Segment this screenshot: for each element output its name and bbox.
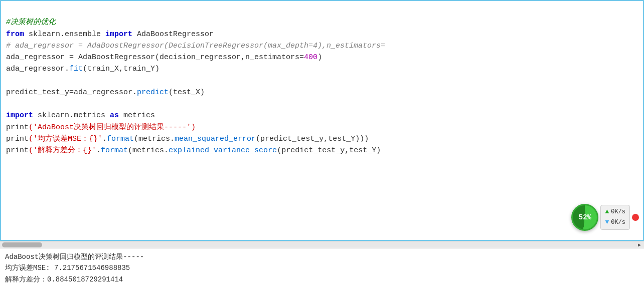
red-dot-icon[interactable]: [632, 214, 639, 221]
keyword-import: import: [105, 30, 132, 39]
arrow-up-icon: ▲: [605, 207, 609, 217]
progress-label: 52%: [579, 213, 591, 221]
code-print1-str: ('AdaBoost决策树回归模型的评测结果-----'): [29, 123, 196, 132]
code-ada2-end: (train_X,train_Y): [83, 65, 159, 73]
output-area: AdaBoost决策树回归模型的评测结果----- 均方误差MSE: 7.217…: [0, 248, 644, 293]
code-print3-fn: print: [6, 146, 29, 155]
output-line1: AdaBoost决策树回归模型的评测结果-----: [5, 251, 639, 262]
code-ada1: ada_regressor = AdaBoostRegressor(decisi…: [6, 53, 304, 62]
code-fit: fit: [69, 65, 83, 73]
speed-down-value: 0K/s: [611, 218, 625, 227]
main-container: #决策树的优化 from sklearn.ensemble import Ada…: [0, 0, 644, 293]
code-class: AdaBoostRegressor: [132, 30, 214, 39]
keyword-import2: import: [6, 111, 33, 120]
keyword-from: from: [6, 30, 24, 39]
code-print3-evs: explained_variance_score: [169, 146, 277, 155]
speed-panel: ▲ 0K/s ▼ 0K/s: [600, 205, 630, 230]
code-print3-metrics: (metrics.: [128, 146, 169, 155]
overlay-widget: 52% ▲ 0K/s ▼ 0K/s: [571, 204, 639, 231]
line-comment-title: #决策树的优化: [6, 18, 56, 27]
code-content: #决策树的优化 from sklearn.ensemble import Ada…: [1, 1, 643, 172]
code-print2-fmt: format: [107, 135, 134, 143]
output-line3: 解释方差分：0.8845018729291414: [5, 274, 639, 285]
code-print3-str1: ('解释方差分：{}': [29, 146, 96, 155]
code-print3-dot: .: [96, 146, 101, 155]
progress-circle: 52%: [571, 204, 598, 231]
code-ada1-end: ): [317, 53, 322, 62]
scrollbar-thumb[interactable]: [2, 242, 42, 247]
code-predict1-end: (test_X): [169, 88, 205, 97]
blank-line2: [6, 100, 11, 108]
code-print2-mse: mean_squared_error: [175, 135, 256, 143]
code-print3-fmt: format: [101, 146, 128, 155]
code-editor[interactable]: #决策树的优化 from sklearn.ensemble import Ada…: [0, 0, 644, 241]
speed-down-row: ▼ 0K/s: [605, 217, 625, 228]
code-metrics2: metrics: [119, 111, 155, 120]
speed-up-value: 0K/s: [611, 207, 625, 217]
line-comment-gray: # ada_regressor = AdaBoostRegressor(Deci…: [6, 42, 385, 50]
code-print3-end: (predict_test_y,test_Y): [277, 146, 381, 155]
blank-line1: [6, 77, 11, 85]
code-text: sklearn.ensemble: [24, 30, 105, 39]
code-ada2: ada_regressor.: [6, 65, 69, 73]
keyword-as: as: [110, 111, 119, 120]
code-print2-str1: ('均方误差MSE：{}': [29, 135, 102, 143]
code-predict1: predict_test_y=ada_regressor.: [6, 88, 137, 97]
code-print1-fn: print: [6, 123, 29, 132]
output-line2: 均方误差MSE: 7.2175671546988835: [5, 262, 639, 273]
code-num: 400: [304, 53, 317, 62]
code-print2-fn: print: [6, 135, 29, 143]
scroll-right-arrow[interactable]: ▶: [636, 241, 643, 248]
speed-up-row: ▲ 0K/s: [605, 207, 625, 217]
code-print2-dot: .: [102, 135, 107, 143]
code-metrics: sklearn.metrics: [33, 111, 110, 120]
horizontal-scrollbar[interactable]: ▶: [0, 241, 644, 248]
code-print2-end: (predict_test_y,test_Y))): [256, 135, 369, 143]
code-predict-method: predict: [137, 88, 169, 97]
code-print2-metrics: (metrics.: [134, 135, 175, 143]
arrow-down-icon: ▼: [605, 217, 609, 228]
